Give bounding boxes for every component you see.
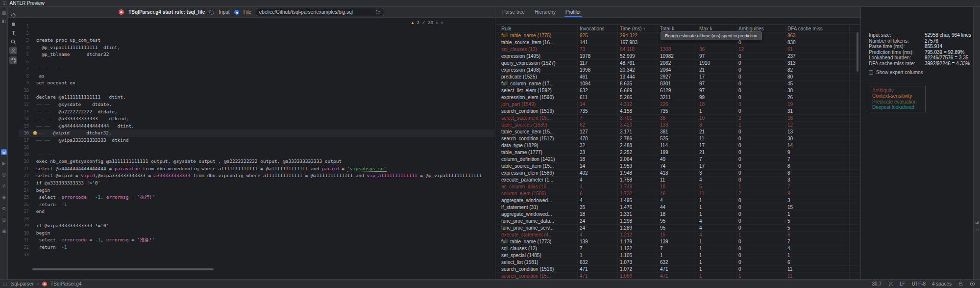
run-tool-icon[interactable]: ▶ <box>1 160 7 166</box>
profiler-row[interactable]: search_condition (1519)7354.1587351031 <box>495 108 860 115</box>
column-header-time-ms-[interactable]: Time (ms)∨ <box>618 25 658 32</box>
code-line[interactable]: 22 select @vipid = vipid,@vipa3333333333… <box>19 172 495 180</box>
profiler-row[interactable]: sql_clauses (12)71.1227104 <box>495 245 860 252</box>
profiler-row[interactable]: select_list (1581)6321.073632106 <box>495 259 860 266</box>
profiler-row[interactable]: search_condition (1517)4702.78652511030 <box>495 135 860 142</box>
file-encoding[interactable]: UTF-8 <box>912 281 926 287</box>
profiler-row[interactable]: table_source_item (16...141167.9830830 <box>495 39 860 46</box>
inspections-widget[interactable]: ▲ 2 ✓ 23 ∧ ∨ <box>411 20 443 25</box>
profiler-row[interactable]: join_part (1549)144.31222618319 <box>495 101 860 108</box>
intention-bulb-icon[interactable] <box>33 131 37 135</box>
zoom-icon[interactable] <box>9 38 17 46</box>
next-problem-chevron-icon[interactable]: ∨ <box>441 21 443 25</box>
prev-problem-chevron-icon[interactable]: ∧ <box>436 21 439 25</box>
profiler-row[interactable]: search_condition (1516)4711.0724711011 <box>495 266 860 273</box>
indent-style[interactable]: 4 spaces <box>932 281 952 287</box>
readonly-toggle-icon[interactable] <box>888 281 893 287</box>
line-separator[interactable]: LF <box>900 281 906 287</box>
code-line[interactable]: 24 begin <box>19 187 495 194</box>
profiler-icon[interactable] <box>9 47 17 54</box>
code-line[interactable]: 33 <box>19 251 495 259</box>
notifications-icon[interactable]: ◪ <box>975 220 980 225</box>
code-line[interactable]: 25 select errorcode = -1, errormsg = '执行… <box>19 194 495 201</box>
profiler-row[interactable]: data_type (1829)322.48811417014 <box>495 142 860 149</box>
column-header-total-k[interactable]: Total k <box>658 25 697 32</box>
editor-horizontal-scrollbar[interactable] <box>32 268 214 270</box>
profiler-row[interactable]: set_special (1485)11.1051101 <box>495 252 860 259</box>
caret-position[interactable]: 30:7 <box>872 281 881 287</box>
code-line[interactable]: 6 <box>19 58 495 66</box>
problems-tool-icon[interactable]: ⊘ <box>1 183 7 189</box>
profiler-row[interactable]: execute_parameter (1...41.75811403 <box>495 177 860 183</box>
services-tool-icon[interactable]: ◉ <box>1 194 7 200</box>
breadcrumb-project[interactable]: tsql-parser <box>11 281 34 287</box>
profiler-row[interactable]: table_source_item (15...141.959741708 <box>495 163 860 170</box>
file-radio[interactable] <box>234 10 239 15</box>
code-line[interactable]: 32 return -1 <box>19 244 495 251</box>
settings-tool-icon[interactable]: ⚙ <box>1 206 7 211</box>
profiler-row[interactable]: select_list_elem (1592)6326.669612997038 <box>495 87 860 94</box>
code-line[interactable]: 10 <box>19 87 495 94</box>
profiler-row[interactable]: expression_elem (1590)6115.266321199026 <box>495 94 860 101</box>
code-line[interactable]: 3 create proc up_com_test <box>19 37 495 44</box>
code-line[interactable]: 8 as <box>19 73 495 80</box>
structure-icon[interactable]: ◧ <box>1 18 7 24</box>
code-line[interactable]: 23 if @a333333333333 !='0' <box>19 180 495 187</box>
profiler-row[interactable]: column_elem (1586)61.732461129 <box>495 190 860 197</box>
code-line[interactable]: 7 —— —— —— <box>19 65 495 73</box>
breadcrumb-file[interactable]: TSqlParser.g4 <box>50 281 81 287</box>
profiler-row[interactable]: expression (1495)197852.99910982970237 <box>495 53 860 60</box>
column-header-ambiguities[interactable]: Ambiguities <box>736 25 785 32</box>
project-icon[interactable]: ▦ <box>1 10 7 16</box>
column-header-invocations[interactable]: Invocations <box>578 25 618 32</box>
folder-icon[interactable] <box>375 9 381 15</box>
profiler-row[interactable]: func_proc_name_data...241.29895405 <box>495 218 860 225</box>
profiler-row[interactable]: full_table_name (1773)1391.179139107 <box>495 238 860 245</box>
profiler-row[interactable]: full_column_name (17...10948.63583019704… <box>495 80 860 87</box>
code-line[interactable]: 28 <box>19 215 495 223</box>
profiler-row[interactable]: execute_statement (4...41.21215416 <box>495 232 860 238</box>
profiler-row[interactable]: search_condition (15...4711.0664711111 <box>495 273 860 279</box>
layers-icon[interactable]: ⊟ <box>975 228 980 233</box>
profiler-row[interactable]: expression (1498)199820.342206421082 <box>495 67 860 74</box>
profiler-row[interactable]: aggregate_windowed...41.4954103 <box>495 197 860 204</box>
code-line[interactable]: 20 exec nb_com_getsysconfig @a1111111111… <box>19 158 495 165</box>
terminal-tool-icon[interactable]: ▣ <box>1 228 7 234</box>
profiler-row[interactable]: func_proc_name_serv...241.28995405 <box>495 225 860 232</box>
show-expert-columns-label[interactable]: Show expert columns <box>876 70 923 75</box>
code-line[interactable]: 2 <box>19 30 495 37</box>
code-line[interactable]: 4 @p_vipa1111111111111 dtint, <box>19 44 495 52</box>
code-line[interactable]: 16—— @vipid dtchar32, <box>19 130 495 137</box>
code-line[interactable]: 17 —— —— @vipa333333333333 dtkind <box>19 137 495 144</box>
code-line[interactable]: 21 select @a4444444444444444 = paravalue… <box>19 165 495 173</box>
code-line[interactable]: 26 return -1 <box>19 201 495 209</box>
table-vertical-scrollbar[interactable] <box>857 32 858 72</box>
profiler-row[interactable]: as_column_alias (16...41.74918517 <box>495 183 860 190</box>
profiler-row[interactable]: table_sources (1539)623.4201338112 <box>495 122 860 129</box>
profiler-row[interactable]: expression_elem (1589)4021.948413308 <box>495 170 860 177</box>
antlr-preview-tool-icon[interactable]: ⊞ <box>1 149 7 155</box>
code-line[interactable]: 15 —— —— @a4444444444444444 dtint, <box>19 123 495 130</box>
code-editor[interactable]: 123 create proc up_com_test4 @p_vipa1111… <box>19 18 495 279</box>
profiler-row[interactable]: table_name (1777)332.2521992109 <box>495 149 860 156</box>
code-line[interactable]: 9 set nocount on <box>19 79 495 87</box>
stop-icon[interactable] <box>9 20 17 28</box>
profiler-row[interactable]: if_statement (31)351.476441015 <box>495 204 860 211</box>
code-line[interactable]: 27 end <box>19 208 495 215</box>
profiler-row[interactable]: aggregate_windowed...181.33118101 <box>495 211 860 218</box>
profiler-row[interactable]: predicate (1525)46113.444292717080 <box>495 74 860 80</box>
column-header-dfa-cache-miss[interactable]: DFA cache miss <box>785 25 850 32</box>
input-radio[interactable] <box>209 10 214 15</box>
inspections-widget-icon[interactable] <box>970 281 975 287</box>
profiler-row[interactable]: column_definition (1421)182.06449707 <box>495 156 860 163</box>
tab-hierarchy[interactable]: Hierarchy <box>530 7 561 17</box>
antlr-tool-icon[interactable]: Ⓐ <box>1 172 7 178</box>
input-file-field[interactable] <box>259 9 373 15</box>
profiler-row[interactable]: select_statement (15...73.7013810216 <box>495 115 860 122</box>
code-line[interactable]: 30 begin <box>19 230 495 237</box>
profiler-row[interactable]: query_expression (1527)11748.76120621910… <box>495 60 860 67</box>
file-radio-label[interactable]: File <box>244 9 251 15</box>
code-line[interactable]: 18 <box>19 144 495 151</box>
code-line[interactable]: 19 —— —— <box>19 151 495 158</box>
code-line[interactable]: 13 —— —— @a2222222222 dtdate, <box>19 108 495 116</box>
